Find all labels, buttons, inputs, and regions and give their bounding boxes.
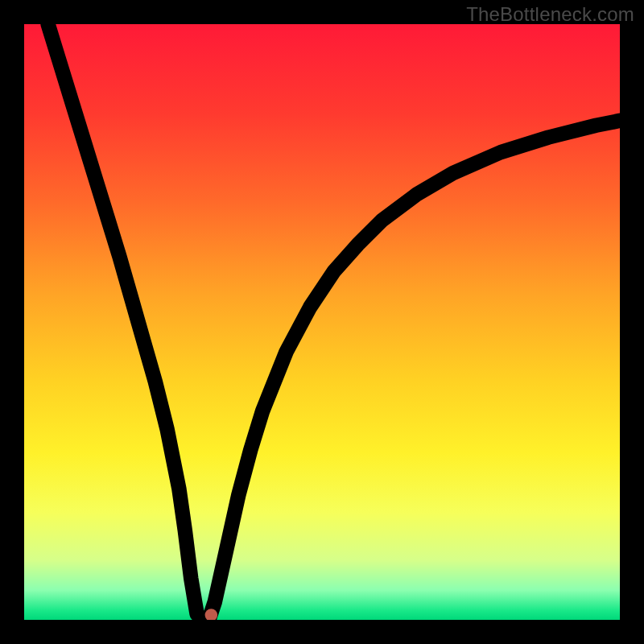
chart-frame: TheBottleneck.com (0, 0, 644, 644)
watermark-label: TheBottleneck.com (466, 3, 634, 26)
bottleneck-chart (24, 24, 620, 620)
gradient-background (24, 24, 620, 620)
